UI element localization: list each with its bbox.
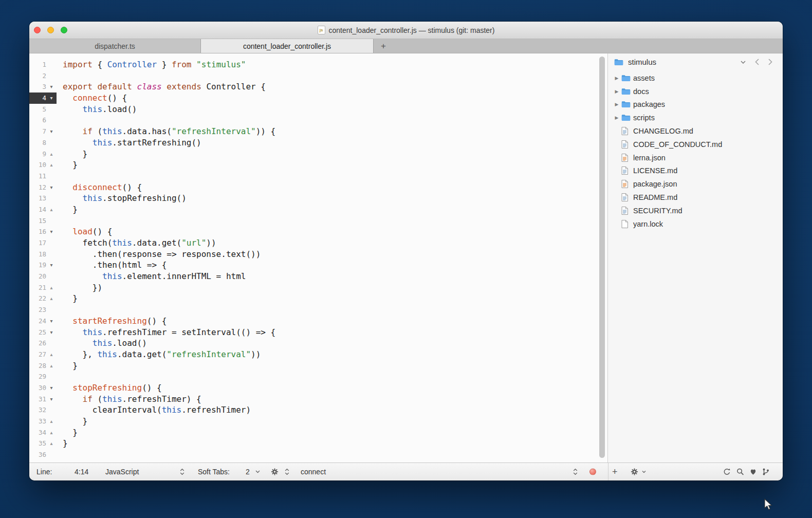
gutter-cell[interactable]: 18 bbox=[29, 249, 57, 260]
code-line[interactable]: } bbox=[57, 204, 78, 215]
refresh-icon[interactable] bbox=[723, 468, 731, 476]
tree-item-assets[interactable]: ▶assets bbox=[608, 71, 783, 85]
code-line-row[interactable]: 23 bbox=[29, 304, 607, 316]
code-line-row[interactable]: 2 bbox=[29, 70, 607, 82]
line-value[interactable]: 4:14 bbox=[75, 468, 88, 476]
gutter-cell[interactable]: 28▴ bbox=[29, 360, 57, 372]
tree-item-yarn-lock[interactable]: yarn.lock bbox=[608, 217, 783, 231]
code-line-row[interactable]: 33▴ } bbox=[29, 416, 607, 427]
code-line[interactable]: } bbox=[57, 149, 87, 160]
gutter-cell[interactable]: 3▾ bbox=[29, 81, 57, 92]
fold-down-icon[interactable]: ▾ bbox=[46, 182, 57, 193]
code-line-row[interactable]: 35▴} bbox=[29, 438, 607, 449]
code-line-row[interactable]: 36 bbox=[29, 449, 607, 460]
disclosure-triangle-icon[interactable]: ▶ bbox=[612, 102, 621, 107]
gutter-cell[interactable]: 32 bbox=[29, 404, 57, 416]
chevron-down-icon[interactable] bbox=[642, 471, 646, 473]
fold-down-icon[interactable]: ▾ bbox=[46, 382, 57, 394]
tree-item-code-of-conduct-md[interactable]: CODE_OF_CONDUCT.md bbox=[608, 138, 783, 151]
tree-item-packages[interactable]: ▶packages bbox=[608, 98, 783, 112]
code-line[interactable] bbox=[57, 171, 63, 182]
record-macro-button[interactable] bbox=[589, 469, 596, 475]
gutter-cell[interactable]: 6 bbox=[29, 115, 57, 126]
code-line[interactable]: } bbox=[57, 159, 78, 171]
code-line-row[interactable]: 26 this.load() bbox=[29, 338, 607, 349]
code-lines[interactable]: 1import { Controller } from "stimulus"23… bbox=[29, 53, 607, 460]
gear-icon[interactable] bbox=[271, 468, 279, 476]
back-chevron-icon[interactable] bbox=[755, 59, 759, 65]
disclosure-triangle-icon[interactable]: ▶ bbox=[612, 89, 621, 94]
fold-down-icon[interactable]: ▾ bbox=[46, 92, 57, 104]
code-line-row[interactable]: 6 bbox=[29, 115, 607, 126]
updown-chevrons-icon[interactable] bbox=[573, 469, 578, 475]
code-line[interactable]: clearInterval(this.refreshTimer) bbox=[57, 404, 251, 416]
gutter-cell[interactable]: 12▾ bbox=[29, 182, 57, 193]
code-line[interactable]: .then(response => response.text()) bbox=[57, 249, 261, 260]
code-line[interactable]: this.startRefreshing() bbox=[57, 137, 201, 149]
symbol-selector[interactable]: connect bbox=[301, 468, 326, 476]
code-line[interactable]: fetch(this.data.get("url")) bbox=[57, 237, 216, 249]
code-line-row[interactable]: 15 bbox=[29, 215, 607, 227]
disclosure-triangle-icon[interactable]: ▶ bbox=[612, 76, 621, 81]
code-line-row[interactable]: 24▾ startRefreshing() { bbox=[29, 316, 607, 327]
tree-item-lerna-json[interactable]: lerna.json bbox=[608, 151, 783, 164]
code-line[interactable]: export default class extends Controller … bbox=[57, 81, 266, 92]
gutter-cell[interactable]: 36 bbox=[29, 449, 57, 460]
updown-chevrons-icon[interactable] bbox=[285, 469, 289, 475]
editor-scrollbar[interactable] bbox=[599, 57, 605, 458]
add-file-button[interactable]: + bbox=[612, 467, 618, 477]
updown-chevrons-icon[interactable] bbox=[180, 469, 184, 475]
gutter-cell[interactable]: 25▾ bbox=[29, 327, 57, 338]
tree-item-scripts[interactable]: ▶scripts bbox=[608, 111, 783, 124]
gutter-cell[interactable]: 16▾ bbox=[29, 226, 57, 237]
code-line[interactable]: this.refreshTimer = setInterval(() => { bbox=[57, 327, 275, 338]
fold-down-icon[interactable]: ▾ bbox=[46, 394, 57, 405]
code-line-row[interactable]: 30▾ stopRefreshing() { bbox=[29, 382, 607, 394]
gutter-cell[interactable]: 8 bbox=[29, 137, 57, 149]
code-line[interactable]: this.element.innerHTML = html bbox=[57, 271, 246, 282]
code-line-row[interactable]: 19▾ .then(html => { bbox=[29, 260, 607, 271]
fold-up-icon[interactable]: ▴ bbox=[46, 438, 57, 449]
code-line-row[interactable]: 10▴ } bbox=[29, 159, 607, 171]
code-line[interactable]: connect() { bbox=[57, 92, 127, 104]
gutter-cell[interactable]: 14▴ bbox=[29, 204, 57, 215]
code-line[interactable] bbox=[57, 304, 63, 316]
chevron-down-icon[interactable] bbox=[255, 470, 260, 473]
tab-content-loader-controller[interactable]: content_loader_controller.js bbox=[201, 39, 374, 53]
code-line-row[interactable]: 22▴ } bbox=[29, 293, 607, 304]
gutter-cell[interactable]: 13 bbox=[29, 193, 57, 204]
code-line-row[interactable]: 7▾ if (this.data.has("refreshInterval"))… bbox=[29, 126, 607, 137]
tab-dispatcher[interactable]: dispatcher.ts bbox=[29, 39, 201, 53]
gutter-cell[interactable]: 5 bbox=[29, 104, 57, 115]
code-line[interactable]: }) bbox=[57, 282, 102, 293]
gutter-cell[interactable]: 21▴ bbox=[29, 282, 57, 293]
code-line[interactable]: import { Controller } from "stimulus" bbox=[57, 59, 246, 70]
gutter-cell[interactable]: 19▾ bbox=[29, 260, 57, 271]
gutter-cell[interactable]: 23 bbox=[29, 304, 57, 316]
code-line-row[interactable]: 1import { Controller } from "stimulus" bbox=[29, 59, 607, 70]
code-line[interactable]: if (this.refreshTimer) { bbox=[57, 394, 201, 405]
code-line-row[interactable]: 18 .then(response => response.text()) bbox=[29, 249, 607, 260]
fold-up-icon[interactable]: ▴ bbox=[46, 293, 57, 304]
code-line[interactable]: } bbox=[57, 360, 78, 372]
code-line[interactable]: } bbox=[57, 438, 68, 449]
chevron-down-icon[interactable] bbox=[741, 61, 746, 64]
code-line-row[interactable]: 32 clearInterval(this.refreshTimer) bbox=[29, 404, 607, 416]
gutter-cell[interactable]: 31▾ bbox=[29, 394, 57, 405]
code-line-row[interactable]: 4▾ connect() { bbox=[29, 92, 607, 104]
code-line[interactable]: this.load() bbox=[57, 338, 147, 349]
code-line[interactable]: } bbox=[57, 293, 78, 304]
code-line[interactable]: } bbox=[57, 416, 87, 427]
fold-down-icon[interactable]: ▾ bbox=[46, 81, 57, 92]
tree-item-license-md[interactable]: LICENSE.md bbox=[608, 164, 783, 178]
fold-up-icon[interactable]: ▴ bbox=[46, 159, 57, 171]
fold-up-icon[interactable]: ▴ bbox=[46, 282, 57, 293]
code-line-row[interactable]: 21▴ }) bbox=[29, 282, 607, 293]
fold-down-icon[interactable]: ▾ bbox=[46, 226, 57, 237]
soft-tabs-value[interactable]: 2 bbox=[246, 468, 250, 476]
code-line-row[interactable]: 20 this.element.innerHTML = html bbox=[29, 271, 607, 282]
tree-item-package-json[interactable]: package.json bbox=[608, 177, 783, 191]
gutter-cell[interactable]: 2 bbox=[29, 70, 57, 82]
gutter-cell[interactable]: 29 bbox=[29, 371, 57, 382]
code-line[interactable]: disconnect() { bbox=[57, 182, 142, 193]
